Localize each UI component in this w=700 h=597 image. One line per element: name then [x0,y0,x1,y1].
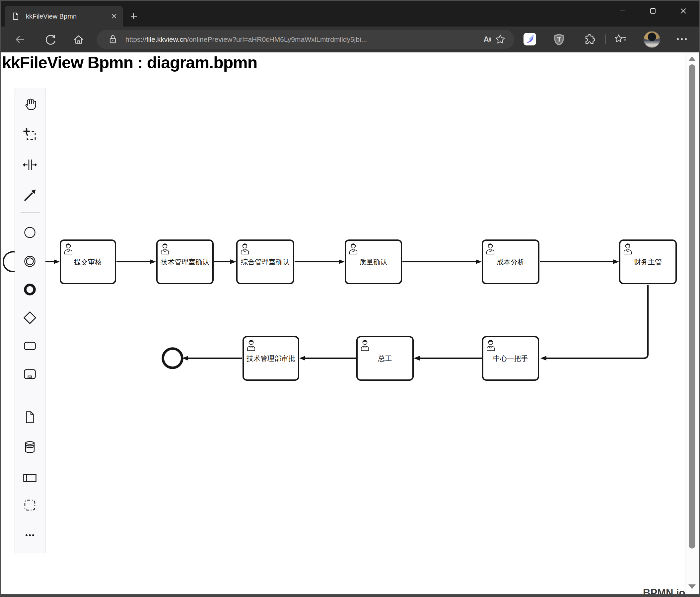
window-border-bottom [0,594,700,597]
lock-icon [106,33,120,46]
user-icon [240,242,250,254]
shield-extension-icon[interactable]: T [552,32,566,46]
window-border-right [699,0,700,597]
task-label: 技术管理部审批 [245,354,297,363]
task-label: 总工 [377,354,394,363]
user-icon [360,339,370,351]
window-border-left [0,0,1,597]
scroll-down-icon[interactable] [689,585,696,589]
minimize-button[interactable] [607,1,638,21]
home-icon[interactable] [72,33,85,46]
user-task[interactable]: 技术管理部审批 [243,336,299,381]
tab-strip: kkFileView Bpmn [1,1,699,27]
bpmn-palette [15,88,46,553]
data-object-icon[interactable] [22,410,38,425]
user-task[interactable]: 总工 [356,336,414,381]
browser-tab[interactable]: kkFileView Bpmn [5,6,123,27]
new-tab-button[interactable] [127,9,141,23]
maximize-button[interactable] [638,1,668,21]
gateway-icon[interactable] [22,310,38,326]
user-icon [348,242,358,254]
url-text[interactable]: https://file.kkview.cn/onlinePreview?url… [125,35,480,44]
sequence-flow[interactable] [546,285,648,358]
more-options-icon[interactable] [22,528,38,543]
settings-menu-icon[interactable] [675,32,689,46]
tab-close-icon[interactable] [108,10,120,22]
task-label: 中心一把手 [492,354,529,363]
user-task[interactable]: 成本分析 [482,239,540,284]
end-event[interactable] [163,348,182,368]
user-icon [486,339,496,351]
user-icon [485,242,495,254]
space-tool-icon[interactable] [22,157,38,173]
user-icon [246,339,256,351]
user-task[interactable]: 综合管理室确认 [236,239,294,284]
scroll-up-icon[interactable] [689,56,696,61]
group-icon[interactable] [22,497,38,513]
task-icon[interactable] [22,338,38,354]
task-label: 提交审核 [73,257,103,267]
task-label: 财务主管 [633,257,663,267]
palette-separator [21,212,40,213]
read-aloud-icon[interactable]: A [480,33,494,46]
svg-text:T: T [557,36,561,43]
data-store-icon[interactable] [22,439,38,455]
user-task[interactable]: 提交审核 [60,239,116,284]
window-border-top [0,0,700,1]
browser-toolbar: https://file.kkview.cn/onlinePreview?url… [1,27,699,52]
close-button[interactable] [668,1,699,21]
extensions-puzzle-icon[interactable] [582,32,595,46]
profile-avatar[interactable] [644,31,660,48]
task-label: 成本分析 [495,257,526,267]
document-icon [11,12,20,21]
user-icon [64,242,73,254]
global-connect-tool-icon[interactable] [22,188,38,203]
tab-title: kkFileView Bpmn [26,12,108,20]
user-icon [623,242,633,254]
address-bar[interactable]: https://file.kkview.cn/onlinePreview?url… [97,30,514,49]
user-task[interactable]: 中心一把手 [482,336,539,381]
user-task[interactable]: 财务主管 [619,239,677,284]
favorite-star-icon[interactable] [494,33,507,46]
start-event-icon[interactable] [22,225,38,240]
collections-icon[interactable] [614,32,627,46]
bpmn-canvas[interactable] [1,52,699,594]
participant-icon[interactable] [22,470,38,486]
read-aloud-letter: A [483,35,489,44]
lasso-tool-icon[interactable] [22,127,38,142]
window-controls [607,1,699,21]
user-icon [160,242,170,254]
refresh-icon[interactable] [44,33,57,46]
subprocess-icon[interactable] [22,366,38,382]
vertical-scrollbar[interactable] [685,52,699,594]
user-task[interactable]: 质量确认 [345,239,402,284]
scrollbar-thumb[interactable] [689,64,695,549]
bird-extension-icon[interactable] [523,32,536,46]
url-scheme: https:// [125,35,146,43]
intermediate-event-icon[interactable] [22,254,38,269]
user-task[interactable]: 技术管理室确认 [156,239,214,284]
page-content: kkFileView Bpmn : diagram.bpmn 提交审核 [1,52,699,594]
task-label: 技术管理室确认 [159,257,211,267]
hand-tool-icon[interactable] [22,96,38,111]
url-path: /onlinePreview?url=aHR0cHM6Ly9maWxlLmtrd… [187,35,367,43]
bpmn-io-watermark: BPMN.io [643,587,685,594]
toolbar-divider [605,34,606,45]
back-icon[interactable] [14,33,27,46]
task-label: 质量确认 [358,257,389,267]
url-host: file.kkview.cn [146,35,187,43]
end-event-icon[interactable] [22,282,38,297]
task-label: 综合管理室确认 [240,257,291,267]
